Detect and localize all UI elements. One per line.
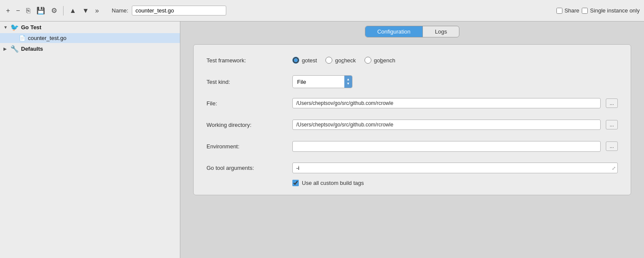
form-row-test-kind: Test kind: File Package Directory ▲▼ (207, 75, 618, 89)
environment-label: Environment: (207, 143, 292, 150)
share-label: Share (565, 7, 580, 14)
move-down-button[interactable]: ▼ (81, 6, 91, 15)
config-content: Test framework: gotest gocheck gobenc (180, 37, 644, 258)
share-area: Share Single instance only (556, 7, 640, 14)
form-row-working-directory: Working directory: /Users/cheptsov/go/sr… (207, 118, 618, 132)
sidebar: ▼ 🐦 Go Test 📄 counter_test.go ▶ 🔧 Defaul… (0, 22, 180, 258)
single-instance-label: Single instance only (590, 7, 640, 14)
settings-button[interactable]: ⚙ (49, 6, 59, 15)
test-kind-label: Test kind: (207, 79, 292, 85)
go-tool-arguments-label: Go tool arguments: (207, 165, 292, 171)
test-framework-label: Test framework: (207, 57, 292, 64)
sidebar-item-defaults[interactable]: ▶ 🔧 Defaults (0, 43, 180, 55)
form-row-environment: Environment: ... (207, 139, 618, 153)
tab-logs[interactable]: Logs (423, 26, 459, 37)
radio-gocheck[interactable]: gocheck (325, 57, 355, 64)
arrow-go-test: ▼ (3, 25, 9, 30)
file-browse-button[interactable]: ... (606, 98, 618, 108)
counter-test-label: counter_test.go (28, 35, 67, 41)
defaults-label: Defaults (21, 46, 43, 52)
add-button[interactable]: + (4, 6, 12, 15)
file-value: /Users/cheptsov/go/src/github.com/rcrowl… (292, 98, 618, 108)
more-button[interactable]: » (93, 6, 100, 15)
move-up-button[interactable]: ▲ (68, 6, 78, 15)
go-tool-args-input[interactable] (292, 163, 618, 173)
radio-gocheck-label: gocheck (335, 57, 355, 64)
name-label: Name: (112, 7, 128, 14)
main-layout: ▼ 🐦 Go Test 📄 counter_test.go ▶ 🔧 Defaul… (0, 22, 644, 258)
custom-build-tags-checkbox[interactable] (292, 180, 299, 186)
radio-gotest-input[interactable] (292, 57, 299, 64)
radio-gobench-label: gobench (374, 57, 395, 64)
working-directory-value: /Users/cheptsov/go/src/github.com/rcrowl… (292, 120, 618, 130)
file-label: File: (207, 100, 292, 107)
working-directory-input-display: /Users/cheptsov/go/src/github.com/rcrowl… (292, 120, 601, 130)
select-arrows-icon: ▲▼ (344, 76, 352, 88)
sidebar-item-counter-test[interactable]: 📄 counter_test.go (0, 33, 180, 43)
form-row-test-framework: Test framework: gotest gocheck gobenc (207, 53, 618, 67)
test-kind-select-wrapper: File Package Directory ▲▼ (292, 75, 352, 88)
name-area: Name: (112, 6, 541, 15)
file-input-display: /Users/cheptsov/go/src/github.com/rcrowl… (292, 98, 601, 108)
radio-gobench[interactable]: gobench (365, 57, 395, 64)
go-tool-arguments-value: ⤢ (292, 163, 618, 173)
radio-gotest[interactable]: gotest (292, 57, 317, 64)
environment-input[interactable] (292, 141, 601, 152)
args-input-wrapper: ⤢ (292, 163, 618, 173)
test-framework-value: gotest gocheck gobench (292, 57, 618, 64)
working-directory-browse-button[interactable]: ... (606, 120, 618, 129)
go-test-label: Go Test (21, 24, 41, 31)
share-checkbox[interactable] (556, 8, 562, 14)
tabs-area: Configuration Logs (180, 22, 644, 37)
toolbar: + − ⎘ 💾 ⚙ ▲ ▼ » Name: Share Single insta… (0, 0, 644, 22)
form-row-file: File: /Users/cheptsov/go/src/github.com/… (207, 96, 618, 110)
save-button[interactable]: 💾 (35, 6, 47, 15)
copy-button[interactable]: ⎘ (24, 6, 32, 15)
single-instance-checkbox[interactable] (582, 8, 588, 14)
environment-browse-button[interactable]: ... (606, 141, 618, 151)
defaults-icon: 🔧 (10, 45, 19, 53)
toolbar-divider (63, 6, 64, 15)
radio-gobench-input[interactable] (365, 57, 371, 64)
radio-gotest-label: gotest (302, 57, 317, 64)
sidebar-item-go-test[interactable]: ▼ 🐦 Go Test (0, 22, 180, 33)
form-row-go-tool-arguments: Go tool arguments: ⤢ (207, 161, 618, 175)
environment-value: ... (292, 141, 618, 152)
share-wrapper: Share (556, 7, 580, 14)
counter-test-icon: 📄 (19, 35, 26, 41)
single-instance-wrapper: Single instance only (582, 7, 640, 14)
radio-gocheck-input[interactable] (325, 57, 332, 64)
expand-icon[interactable]: ⤢ (612, 166, 616, 171)
working-directory-label: Working directory: (207, 122, 292, 128)
config-panel: Test framework: gotest gocheck gobenc (193, 44, 631, 195)
arrow-defaults: ▶ (3, 46, 9, 51)
test-kind-value: File Package Directory ▲▼ (292, 75, 618, 88)
name-input[interactable] (132, 6, 226, 15)
test-kind-select[interactable]: File Package Directory (293, 77, 344, 87)
tab-configuration[interactable]: Configuration (365, 26, 423, 37)
tabs-container: Configuration Logs (365, 26, 460, 37)
remove-button[interactable]: − (14, 6, 21, 15)
go-test-icon: 🐦 (10, 23, 19, 31)
right-panel: Configuration Logs Test framework: gotes… (180, 22, 644, 258)
custom-build-tags-label: Use all custom build tags (302, 180, 364, 186)
checkbox-row-custom-build-tags: Use all custom build tags (292, 180, 618, 186)
